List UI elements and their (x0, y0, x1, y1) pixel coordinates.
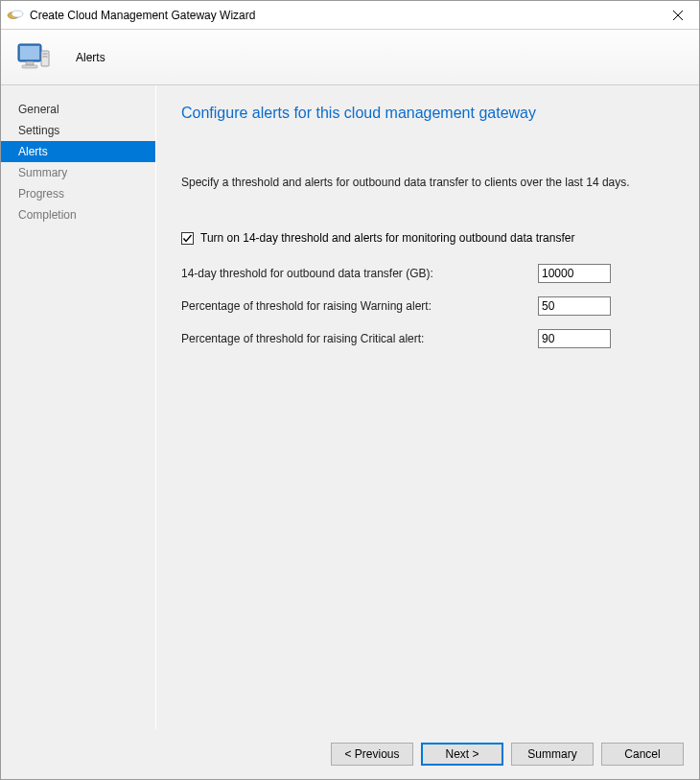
cancel-button[interactable]: Cancel (601, 743, 684, 766)
intro-text: Specify a threshold and alerts for outbo… (181, 176, 672, 189)
sidebar-item-progress[interactable]: Progress (1, 183, 155, 204)
svg-rect-6 (26, 61, 34, 65)
sidebar-item-alerts[interactable]: Alerts (1, 141, 155, 162)
app-icon (7, 7, 24, 24)
checkmark-icon (182, 233, 193, 244)
svg-point-1 (12, 11, 23, 17)
page-heading: Configure alerts for this cloud manageme… (181, 105, 672, 122)
svg-rect-7 (22, 65, 37, 68)
wizard-window: Create Cloud Management Gateway Wizard A… (0, 0, 700, 780)
next-button[interactable]: Next > (421, 743, 503, 766)
banner-title: Alerts (76, 51, 105, 64)
threshold-input[interactable] (538, 264, 611, 283)
warning-input[interactable] (538, 296, 611, 316)
sidebar-item-summary[interactable]: Summary (1, 162, 155, 183)
previous-button[interactable]: < Previous (331, 743, 413, 766)
enable-alerts-label: Turn on 14-day threshold and alerts for … (200, 231, 574, 245)
svg-rect-5 (20, 46, 39, 59)
wizard-steps-sidebar: General Settings Alerts Summary Progress… (1, 85, 156, 729)
sidebar-item-general[interactable]: General (1, 99, 155, 120)
footer: < Previous Next > Summary Cancel (1, 729, 699, 779)
sidebar-item-completion[interactable]: Completion (1, 204, 155, 225)
warning-label: Percentage of threshold for raising Warn… (181, 299, 538, 313)
body-area: General Settings Alerts Summary Progress… (1, 85, 699, 729)
svg-rect-10 (43, 56, 48, 58)
threshold-label: 14-day threshold for outbound data trans… (181, 267, 538, 280)
close-button[interactable] (656, 1, 699, 29)
threshold-row: 14-day threshold for outbound data trans… (181, 264, 672, 283)
titlebar: Create Cloud Management Gateway Wizard (1, 1, 699, 30)
main-panel: Configure alerts for this cloud manageme… (156, 85, 699, 729)
summary-button[interactable]: Summary (511, 743, 594, 766)
window-title: Create Cloud Management Gateway Wizard (30, 9, 656, 22)
banner: Alerts (1, 30, 699, 85)
critical-row: Percentage of threshold for raising Crit… (181, 329, 672, 348)
close-icon (673, 11, 683, 20)
svg-rect-9 (43, 53, 48, 55)
critical-label: Percentage of threshold for raising Crit… (181, 332, 538, 345)
enable-alerts-row: Turn on 14-day threshold and alerts for … (181, 231, 672, 245)
critical-input[interactable] (538, 329, 611, 348)
enable-alerts-checkbox[interactable] (181, 232, 194, 245)
computer-icon (14, 38, 53, 77)
warning-row: Percentage of threshold for raising Warn… (181, 296, 672, 316)
sidebar-item-settings[interactable]: Settings (1, 120, 155, 141)
